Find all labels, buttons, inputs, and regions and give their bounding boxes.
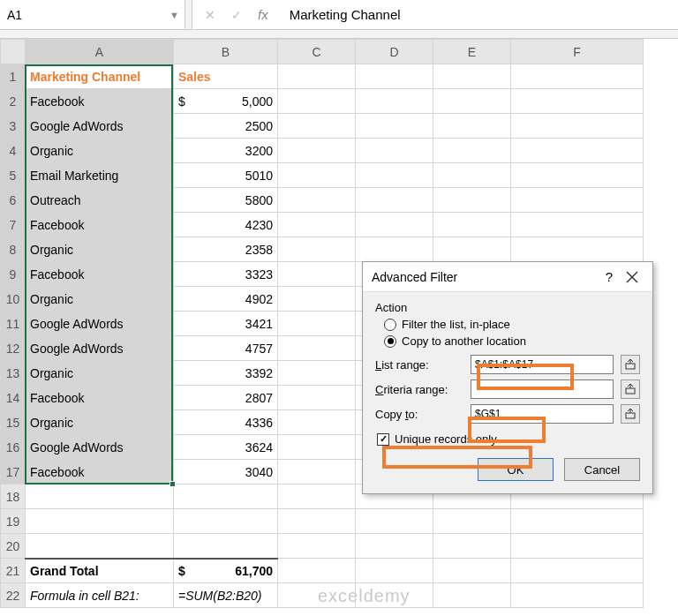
cell-F6[interactable] [511,188,644,213]
cell-B6[interactable]: 5800 [174,188,278,213]
cell-A10[interactable]: Organic [26,287,174,312]
row-header-2[interactable]: 2 [1,89,26,114]
cell-F8[interactable] [511,237,644,262]
cell-F20[interactable] [511,534,644,559]
row-header-20[interactable]: 20 [1,534,26,559]
row-header-1[interactable]: 1 [1,64,26,89]
dialog-titlebar[interactable]: Advanced Filter ? [363,262,652,292]
cell-B13[interactable]: 3392 [174,361,278,386]
cell-B21[interactable]: $61,700 [174,559,278,583]
close-icon[interactable] [621,271,644,283]
name-box[interactable]: ▼ [0,0,185,29]
name-box-input[interactable] [7,8,177,22]
cancel-button[interactable]: Cancel [564,458,640,481]
row-header-7[interactable]: 7 [1,213,26,237]
cell-E6[interactable] [433,188,511,213]
cell-D1[interactable] [356,64,433,89]
cell-F4[interactable] [511,139,644,163]
cell-B4[interactable]: 3200 [174,139,278,163]
cell-F21[interactable] [511,559,644,583]
cell-C1[interactable] [278,64,356,89]
cell-C20[interactable] [278,534,356,559]
ok-button[interactable]: OK [478,458,554,481]
row-header-5[interactable]: 5 [1,163,26,188]
fx-icon[interactable]: fx [258,7,268,22]
cell-A6[interactable]: Outreach [26,188,174,213]
cell-A14[interactable]: Facebook [26,386,174,410]
cell-C21[interactable] [278,559,356,583]
cell-A20[interactable] [26,534,174,559]
range-picker-icon[interactable] [621,355,640,374]
cell-A2[interactable]: Facebook [26,89,174,114]
cell-B20[interactable] [174,534,278,559]
cell-C19[interactable] [278,509,356,534]
cell-B16[interactable]: 3624 [174,435,278,460]
select-all-corner[interactable] [1,40,26,64]
cell-A17[interactable]: Facebook [26,460,174,485]
cell-A8[interactable]: Organic [26,237,174,262]
cell-F2[interactable] [511,89,644,114]
cell-A18[interactable] [26,485,174,509]
cell-A22[interactable]: Formula in cell B21: [26,583,174,608]
cell-B7[interactable]: 4230 [174,213,278,237]
cell-C5[interactable] [278,163,356,188]
cell-C2[interactable] [278,89,356,114]
cell-C7[interactable] [278,213,356,237]
row-header-22[interactable]: 22 [1,583,26,608]
col-header-C[interactable]: C [278,40,356,64]
cell-C22[interactable] [278,583,356,608]
row-header-19[interactable]: 19 [1,509,26,534]
cell-D22[interactable] [356,583,433,608]
confirm-formula-icon[interactable]: ✓ [231,8,242,22]
cell-A5[interactable]: Email Marketing [26,163,174,188]
cell-B1[interactable]: Sales [174,64,278,89]
cell-B12[interactable]: 4757 [174,336,278,361]
cell-D8[interactable] [356,237,433,262]
cell-C17[interactable] [278,460,356,485]
cell-B2[interactable]: $5,000 [174,89,278,114]
cell-A19[interactable] [26,509,174,534]
list-range-input[interactable]: $A$1:$A$17 [471,355,614,374]
cell-B8[interactable]: 2358 [174,237,278,262]
cell-E8[interactable] [433,237,511,262]
cell-C11[interactable] [278,312,356,336]
radio-filter-inplace[interactable]: Filter the list, in-place [384,318,640,331]
row-header-11[interactable]: 11 [1,312,26,336]
cell-B22[interactable]: =SUM(B2:B20) [174,583,278,608]
cell-A12[interactable]: Google AdWords [26,336,174,361]
col-header-D[interactable]: D [356,40,433,64]
cell-B19[interactable] [174,509,278,534]
cell-E7[interactable] [433,213,511,237]
col-header-F[interactable]: F [511,40,644,64]
cell-F5[interactable] [511,163,644,188]
cell-E3[interactable] [433,114,511,139]
row-header-21[interactable]: 21 [1,559,26,583]
cell-E5[interactable] [433,163,511,188]
cell-C14[interactable] [278,386,356,410]
row-header-18[interactable]: 18 [1,485,26,509]
cell-E2[interactable] [433,89,511,114]
cell-C9[interactable] [278,262,356,287]
cell-B14[interactable]: 2807 [174,386,278,410]
cell-B3[interactable]: 2500 [174,114,278,139]
row-header-4[interactable]: 4 [1,139,26,163]
cell-A16[interactable]: Google AdWords [26,435,174,460]
row-header-8[interactable]: 8 [1,237,26,262]
cell-A1[interactable]: Marketing Channel [26,64,174,89]
cell-E4[interactable] [433,139,511,163]
row-header-3[interactable]: 3 [1,114,26,139]
cell-C12[interactable] [278,336,356,361]
cell-A21[interactable]: Grand Total [26,559,174,583]
cell-C15[interactable] [278,410,356,435]
cell-D6[interactable] [356,188,433,213]
cell-A9[interactable]: Facebook [26,262,174,287]
col-header-E[interactable]: E [433,40,511,64]
cell-C16[interactable] [278,435,356,460]
row-header-17[interactable]: 17 [1,460,26,485]
cell-D2[interactable] [356,89,433,114]
help-icon[interactable]: ? [598,269,621,284]
cell-B9[interactable]: 3323 [174,262,278,287]
cell-B10[interactable]: 4902 [174,287,278,312]
cell-F22[interactable] [511,583,644,608]
selection-fill-handle[interactable] [170,481,176,487]
